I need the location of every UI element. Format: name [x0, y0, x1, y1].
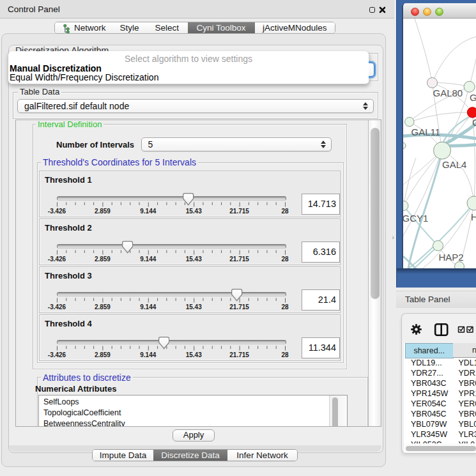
svg-text:H: H: [471, 211, 476, 222]
svg-text:G: G: [470, 92, 476, 103]
svg-text:GAL11: GAL11: [411, 127, 441, 137]
svg-text:GCY1: GCY1: [403, 213, 428, 224]
svg-text:GAL80: GAL80: [433, 88, 463, 98]
svg-text:HAP2: HAP2: [439, 252, 464, 263]
svg-text:GAL4: GAL4: [442, 159, 466, 170]
svg-text:G: G: [472, 117, 476, 128]
